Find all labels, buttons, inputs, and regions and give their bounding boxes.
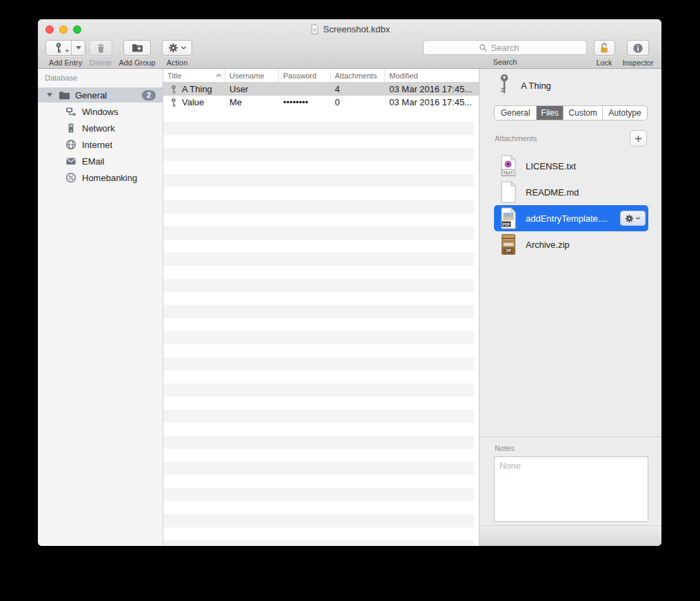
action-toolbar-item: Action [161,40,194,67]
info-icon [632,43,644,54]
add-entry-button[interactable]: + [45,40,85,56]
sidebar-item-network[interactable]: Network [38,120,163,136]
inspector-panel: A Thing General Files Custom Autotype At… [479,69,661,546]
key-plus-icon [54,42,63,54]
pdf-file-icon: PDF [500,207,517,229]
zip-file-icon: ZIP [500,233,517,255]
cell-password [279,83,331,96]
sidebar-item-internet[interactable]: Internet [38,136,163,153]
group-label: General [75,90,107,101]
entry-table: Title Username Password Attachments Modi… [163,69,479,546]
key-icon [169,85,178,94]
zip-badge: ZIP [506,249,511,253]
table-row[interactable]: A Thing User 4 03 Mar 2016 17:45... [163,83,479,96]
text-badge: TEXT [504,171,513,175]
column-header-username[interactable]: Username [225,69,279,82]
globe-icon [65,139,76,150]
column-header-attachments[interactable]: Attachments [331,69,385,82]
lock-open-icon [599,43,610,54]
sidebar-item-email[interactable]: EMail [38,153,163,169]
cell-username: User [225,83,279,96]
notes-label: Notes [495,444,515,452]
envelope-icon [65,156,76,167]
document-proxy-icon [309,24,320,34]
group-label: Homebanking [82,173,137,183]
lock-toolbar-item: Lock [590,40,618,67]
sidebar-section-header: Database [45,74,77,82]
column-header-title[interactable]: Title [163,69,225,82]
cell-attachments: 0 [331,96,385,109]
plus-glyph: + [65,48,69,54]
window-chrome: Screenshot.kdbx + Add Entry Delete [38,19,661,69]
search-input[interactable] [424,41,586,54]
lock-label: Lock [596,59,612,67]
group-sidebar: Database General 2 Windows Network Inter… [38,69,163,546]
chevron-down-icon [181,45,187,51]
column-label: Username [229,72,265,80]
search-label: Search [493,58,517,66]
attachment-name: LICENSE.txt [526,161,576,171]
app-window: Screenshot.kdbx + Add Entry Delete [38,19,661,546]
cell-title: A Thing [182,84,212,94]
column-header-password[interactable]: Password [279,69,331,82]
delete-button[interactable] [89,40,112,56]
column-label: Password [283,72,316,80]
attachment-row-selected[interactable]: PDF addEntryTemplate.... [494,205,648,231]
lock-button[interactable] [594,40,615,56]
action-label: Action [167,59,188,67]
tab-files[interactable]: Files [537,106,564,120]
add-entry-toolbar-item: + Add Entry [45,40,86,67]
entry-title: A Thing [521,81,551,91]
disclosure-triangle-icon[interactable] [47,93,52,97]
delete-toolbar-item: Delete [83,40,118,67]
dropdown-arrow-icon [76,46,81,50]
inspector-footer [480,526,661,546]
inspector-button[interactable] [627,40,649,56]
folder-plus-icon [132,43,143,53]
add-group-label: Add Group [119,59,155,67]
search-field [423,40,587,55]
attachment-row[interactable]: TEXT LICENSE.txt [494,153,648,179]
section-divider [480,436,661,437]
plus-icon [634,134,643,143]
sidebar-item-windows[interactable]: Windows [38,103,163,120]
attachment-name: addEntryTemplate.... [526,213,608,224]
add-entry-dropdown[interactable] [71,41,85,55]
action-button[interactable] [162,40,192,56]
cell-title: Value [182,97,204,107]
attachment-name: README.md [526,187,579,198]
key-icon [498,74,511,94]
tab-general[interactable]: General [495,106,537,120]
attachment-row[interactable]: ZIP Archive.zip [494,231,648,257]
column-label: Attachments [335,72,377,80]
cell-modified: 03 Mar 2016 17:45... [385,83,479,96]
cell-username: Me [225,96,279,109]
attachment-action-button[interactable] [620,211,646,226]
percent-icon [65,172,76,183]
attachments-label: Attachments [495,134,537,143]
attachment-row[interactable]: README.md [494,179,648,205]
group-label: Windows [82,107,119,117]
sidebar-item-homebanking[interactable]: Homebanking [38,169,163,186]
tab-custom[interactable]: Custom [564,106,603,120]
table-row[interactable]: Value Me •••••••• 0 03 Mar 2016 17:45... [163,96,479,109]
add-group-button[interactable] [123,40,151,56]
window-content: Database General 2 Windows Network Inter… [38,69,661,546]
server-icon [65,123,76,134]
add-attachment-button[interactable] [630,130,647,147]
notes-input[interactable] [494,456,648,522]
column-header-modified[interactable]: Modified [385,69,479,82]
delete-label: Delete [90,59,112,67]
pdf-badge: PDF [503,222,511,226]
chevron-down-icon [635,215,641,221]
key-icon [169,98,178,107]
markdown-file-icon [500,181,517,203]
group-label: Internet [82,140,112,150]
sidebar-item-general[interactable]: General 2 [38,87,163,103]
search-toolbar-item: Search [422,40,588,66]
group-label: Network [82,123,115,134]
entry-count-badge: 2 [142,90,156,101]
trash-icon [96,43,106,54]
inspector-toolbar-item: Inspector [617,40,659,67]
tab-autotype[interactable]: Autotype [603,106,647,120]
